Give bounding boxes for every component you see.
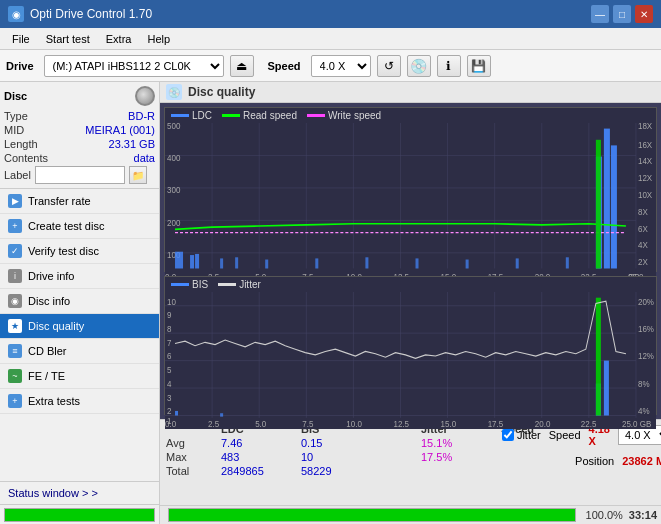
progress-track (4, 508, 155, 522)
read-legend-label: Read speed (243, 110, 297, 121)
sidebar-item-cd-bler[interactable]: ≡ CD Bler (0, 339, 159, 364)
read-legend-color (222, 114, 240, 117)
avg-label: Avg (166, 437, 201, 449)
svg-text:16X: 16X (638, 139, 653, 150)
content-progress-fill (169, 509, 575, 521)
bis-chart-svg: 10 9 8 7 6 5 4 3 2 1 20% 16% 12% (165, 292, 656, 429)
sidebar-item-verify-test-disc[interactable]: ✓ Verify test disc (0, 239, 159, 264)
save-button[interactable]: 💾 (467, 55, 491, 77)
sidebar-item-transfer-rate[interactable]: ▶ Transfer rate (0, 189, 159, 214)
sidebar-item-disc-info[interactable]: ◉ Disc info (0, 289, 159, 314)
svg-rect-104 (596, 297, 601, 415)
length-label: Length (4, 138, 38, 150)
write-legend-color (307, 114, 325, 117)
menu-file[interactable]: File (4, 31, 38, 47)
jitter-legend-label: Jitter (239, 279, 261, 290)
menu-bar: File Start test Extra Help (0, 28, 661, 50)
svg-text:7.5: 7.5 (302, 418, 313, 429)
speed-select[interactable]: 4.0 X (311, 55, 371, 77)
sidebar-item-create-test-disc[interactable]: + Create test disc (0, 214, 159, 239)
sidebar-item-disc-quality[interactable]: ★ Disc quality (0, 314, 159, 339)
maximize-button[interactable]: □ (613, 5, 631, 23)
menu-extra[interactable]: Extra (98, 31, 140, 47)
content-footer: 100.0% 33:14 (160, 505, 661, 524)
extra-tests-icon: + (8, 394, 22, 408)
total-label: Total (166, 465, 201, 477)
svg-rect-101 (220, 413, 223, 416)
svg-text:6X: 6X (638, 223, 648, 234)
burn-button[interactable]: 💿 (407, 55, 431, 77)
svg-text:500: 500 (167, 123, 181, 131)
svg-rect-43 (195, 254, 199, 269)
info-button[interactable]: ℹ (437, 55, 461, 77)
svg-text:12%: 12% (638, 350, 654, 361)
close-button[interactable]: ✕ (635, 5, 653, 23)
svg-text:10: 10 (167, 296, 176, 307)
ldc-chart-svg: 18X 16X 14X 12X 10X 8X 6X 4X 2X 500 400 … (165, 123, 656, 285)
svg-text:8%: 8% (638, 378, 650, 389)
toolbar: Drive (M:) ATAPI iHBS112 2 CL0K ⏏ Speed … (0, 50, 661, 82)
svg-text:9: 9 (167, 309, 172, 320)
svg-rect-46 (611, 146, 617, 269)
jitter-legend-color (218, 283, 236, 286)
svg-text:2X: 2X (638, 257, 648, 268)
refresh-button[interactable]: ↺ (377, 55, 401, 77)
label-browse-button[interactable]: 📁 (129, 166, 147, 184)
svg-text:18X: 18X (638, 123, 653, 131)
max-label: Max (166, 451, 201, 463)
svg-text:4X: 4X (638, 240, 648, 251)
svg-text:8X: 8X (638, 207, 648, 218)
svg-text:2.5: 2.5 (208, 418, 219, 429)
status-window-button[interactable]: Status window > > (0, 481, 159, 504)
ldc-legend-color (171, 114, 189, 117)
menu-start-test[interactable]: Start test (38, 31, 98, 47)
svg-rect-55 (566, 258, 569, 269)
minimize-button[interactable]: — (591, 5, 609, 23)
bis-legend-color (171, 283, 189, 286)
sidebar-item-fe-te[interactable]: ~ FE / TE (0, 364, 159, 389)
max-ldc: 483 (221, 451, 281, 463)
contents-label: Contents (4, 152, 48, 164)
transfer-rate-icon: ▶ (8, 194, 22, 208)
time-display: 33:14 (629, 509, 657, 521)
sidebar-item-extra-tests[interactable]: + Extra tests (0, 389, 159, 414)
svg-text:15.0: 15.0 (441, 418, 457, 429)
svg-text:300: 300 (167, 185, 181, 196)
ldc-legend-label: LDC (192, 110, 212, 121)
label-label: Label (4, 169, 31, 181)
write-legend-label: Write speed (328, 110, 381, 121)
svg-rect-57 (596, 140, 601, 269)
sidebar-item-drive-info[interactable]: i Drive info (0, 264, 159, 289)
avg-ldc: 7.46 (221, 437, 281, 449)
eject-button[interactable]: ⏏ (230, 55, 254, 77)
chart-header-icon: 💿 (166, 84, 182, 100)
disc-icon[interactable] (135, 86, 155, 106)
drive-select[interactable]: (M:) ATAPI iHBS112 2 CL0K (44, 55, 224, 77)
disc-info-icon: ◉ (8, 294, 22, 308)
content-progress-track (168, 508, 576, 522)
menu-help[interactable]: Help (139, 31, 178, 47)
svg-text:5.0: 5.0 (255, 418, 266, 429)
bis-legend: BIS Jitter (165, 277, 656, 292)
drive-label: Drive (6, 60, 34, 72)
ldc-chart: LDC Read speed Write speed (164, 107, 657, 271)
svg-text:20.0: 20.0 (535, 418, 551, 429)
svg-text:3: 3 (167, 392, 172, 403)
disc-panel: Disc Type BD-R MID MEIRA1 (001) Length 2… (0, 82, 159, 189)
svg-text:12X: 12X (638, 173, 653, 184)
svg-rect-52 (416, 259, 419, 269)
chart-title: Disc quality (188, 85, 255, 99)
title-bar: ◉ Opti Drive Control 1.70 — □ ✕ (0, 0, 661, 28)
charts-wrapper: LDC Read speed Write speed (160, 103, 661, 419)
mid-label: MID (4, 124, 24, 136)
cd-bler-icon: ≡ (8, 344, 22, 358)
length-value: 23.31 GB (109, 138, 155, 150)
bis-legend-label: BIS (192, 279, 208, 290)
chart-header: 💿 Disc quality (160, 82, 661, 103)
svg-rect-54 (516, 259, 519, 269)
svg-text:17.5: 17.5 (488, 418, 504, 429)
label-input[interactable] (35, 166, 125, 184)
svg-text:16%: 16% (638, 323, 654, 334)
max-jitter: 17.5% (421, 451, 481, 463)
svg-rect-45 (604, 129, 610, 269)
